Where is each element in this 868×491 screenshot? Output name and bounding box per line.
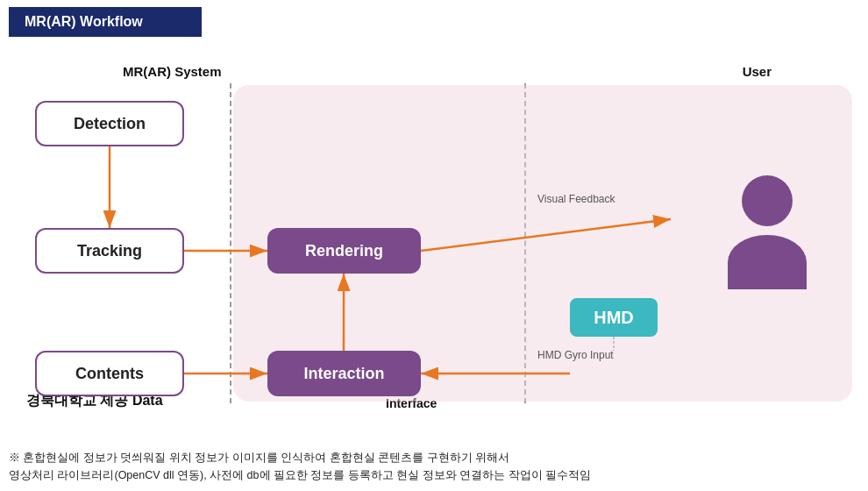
box-contents: Contents: [35, 351, 184, 396]
footer-line2: 영상처리 라이브러리(OpenCV dll 연동), 사전에 db에 필요한 정…: [9, 466, 859, 484]
title-label: MR(AR) Workflow: [25, 14, 143, 29]
diagram-area: MR(AR) System User Interface 경북대학교 제공 Da…: [9, 39, 859, 421]
label-hmd-gyro: HMD Gyro Input: [537, 349, 614, 361]
box-hmd: HMD: [570, 298, 658, 337]
label-system: MR(AR) System: [123, 64, 222, 79]
label-visual-feedback: Visual Feedback: [537, 193, 615, 205]
footer-line1: ※ 혼합현실에 정보가 덧씌워질 위치 정보가 이미지를 인식하여 혼합현실 콘…: [9, 449, 859, 466]
avatar-head: [742, 175, 793, 226]
title-bar: MR(AR) Workflow: [9, 7, 202, 37]
user-avatar: [723, 175, 811, 289]
label-user: User: [743, 64, 772, 79]
dashed-line-left: [230, 83, 231, 403]
box-rendering: Rendering: [267, 228, 421, 274]
box-interaction: Interaction: [267, 351, 421, 396]
box-detection: Detection: [35, 101, 184, 146]
footer-text: ※ 혼합현실에 정보가 덧씌워질 위치 정보가 이미지를 인식하여 혼합현실 콘…: [9, 449, 859, 484]
avatar-body: [728, 235, 807, 289]
box-tracking: Tracking: [35, 228, 184, 274]
